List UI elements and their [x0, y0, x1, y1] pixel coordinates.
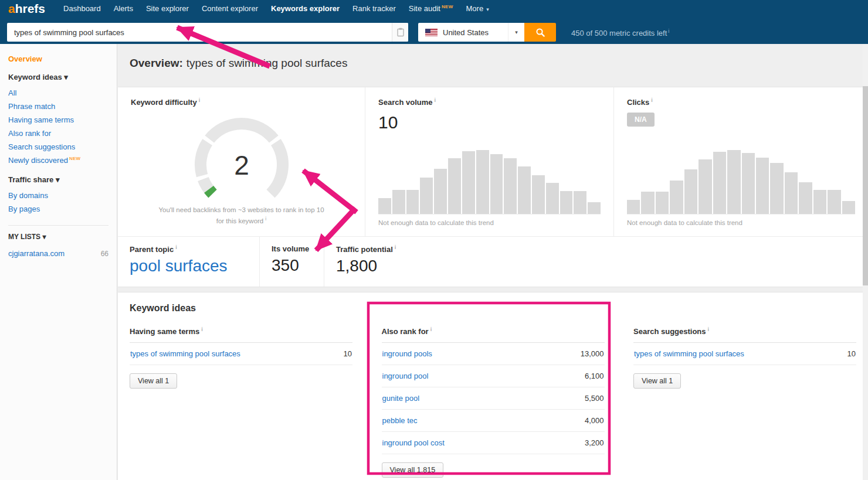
- search-volume-value: 10: [378, 113, 601, 132]
- info-icon[interactable]: i: [651, 97, 653, 103]
- its-volume-value: 350: [272, 256, 312, 275]
- keyword-ideas-section: Keyword ideas Having same termsi types o…: [118, 292, 868, 480]
- keyword-link[interactable]: types of swimming pool surfaces: [130, 349, 240, 358]
- keyword-difficulty-header: Keyword difficultyi: [131, 97, 352, 107]
- info-icon[interactable]: i: [430, 326, 432, 332]
- traffic-potential-value: 1,800: [336, 257, 423, 275]
- nav-site-audit-label: Site audit: [409, 5, 440, 13]
- sidebar-item-phrase-match[interactable]: Phrase match: [8, 100, 108, 113]
- also-rank-for-header: Also rank fori: [382, 326, 605, 343]
- keyword-link[interactable]: inground pool: [382, 372, 429, 380]
- sidebar-section-keyword-ideas[interactable]: Keyword ideas ▾: [8, 73, 108, 81]
- search-volume-note: Not enough data to calculate this trend: [378, 219, 601, 226]
- parent-topic-value[interactable]: pool surfaces: [130, 257, 247, 275]
- keyword-link[interactable]: types of swimming pool surfaces: [634, 349, 744, 358]
- table-row: inground pool cost 3,200: [382, 432, 605, 454]
- chart-bar: [770, 163, 783, 214]
- new-badge: NEW: [442, 4, 453, 9]
- logo-rest: hrefs: [15, 2, 45, 15]
- sidebar: Overview Keyword ideas ▾ All Phrase matc…: [0, 44, 117, 480]
- chart-bar: [684, 169, 697, 214]
- nav-dashboard[interactable]: Dashboard: [57, 4, 107, 13]
- search-icon: [535, 28, 545, 38]
- info-icon[interactable]: i: [435, 97, 436, 103]
- keyword-volume: 13,000: [581, 349, 604, 358]
- scrollbar[interactable]: [863, 44, 868, 480]
- keyword-search-input[interactable]: [7, 23, 392, 42]
- clicks-header: Clicksi: [627, 97, 855, 107]
- sidebar-item-by-pages[interactable]: By pages: [8, 202, 108, 216]
- chart-bar: [842, 201, 855, 214]
- keyword-volume: 3,200: [585, 438, 604, 447]
- chart-bar: [546, 183, 559, 214]
- chart-bar: [699, 159, 711, 214]
- having-same-terms-column: Having same termsi types of swimming poo…: [130, 326, 352, 478]
- nav-alerts[interactable]: Alerts: [107, 4, 140, 13]
- view-all-also-rank-for-button[interactable]: View all 1,815: [382, 462, 444, 478]
- sidebar-item-by-domains[interactable]: By domains: [8, 189, 108, 202]
- info-icon[interactable]: i: [175, 244, 177, 250]
- metrics-bottom-row: Parent topici pool surfaces Its volume 3…: [118, 236, 868, 287]
- keyword-link[interactable]: pebble tec: [382, 416, 418, 425]
- nav-site-audit[interactable]: Site auditNEW: [402, 4, 460, 13]
- table-row: types of swimming pool surfaces 10: [633, 343, 856, 365]
- keyword-link[interactable]: inground pools: [382, 349, 432, 358]
- chart-bar: [727, 150, 740, 214]
- keyword-volume: 4,000: [585, 416, 604, 425]
- ahrefs-logo[interactable]: ahrefs: [8, 0, 45, 18]
- info-icon[interactable]: i: [668, 28, 669, 34]
- keyword-link[interactable]: inground pool cost: [382, 438, 445, 447]
- chart-bar: [476, 150, 489, 214]
- keywords-explorer-page: ahrefs Dashboard Alerts Site explorer Co…: [0, 0, 868, 480]
- nav-rank-tracker[interactable]: Rank tracker: [346, 4, 402, 13]
- nav-keywords-explorer[interactable]: Keywords explorer: [265, 4, 346, 13]
- page-title: Overview:types of swimming pool surfaces: [130, 57, 347, 70]
- search-button[interactable]: [524, 23, 556, 42]
- chart-bar: [641, 192, 654, 214]
- chart-bar: [420, 178, 433, 214]
- its-volume-label: Its volume: [272, 244, 312, 253]
- sidebar-item-search-suggestions[interactable]: Search suggestions: [8, 140, 108, 154]
- chart-bar: [378, 198, 391, 214]
- sidebar-section-traffic-share[interactable]: Traffic share ▾: [8, 175, 108, 184]
- info-icon[interactable]: i: [201, 326, 203, 332]
- scrollbar-thumb[interactable]: [863, 86, 868, 285]
- nav-content-explorer[interactable]: Content explorer: [195, 4, 265, 13]
- info-icon[interactable]: i: [199, 97, 201, 103]
- chevron-down-icon: ▾: [508, 23, 524, 42]
- paste-button[interactable]: [392, 23, 408, 42]
- chart-bar: [462, 151, 475, 214]
- sidebar-item-overview[interactable]: Overview: [8, 55, 108, 63]
- sidebar-item-newly-discovered[interactable]: Newly discoveredNEW: [8, 154, 108, 167]
- traffic-potential-metric: Traffic potentiali 1,800: [324, 237, 435, 287]
- clicks-panel: Clicksi N/A Not enough data to calculate…: [614, 87, 868, 236]
- chart-bar: [670, 181, 683, 214]
- table-row: gunite pool 5,500: [382, 387, 605, 410]
- chart-bar: [406, 190, 419, 214]
- view-all-search-suggestions-button[interactable]: View all 1: [633, 373, 681, 389]
- keyword-metrics-card: Keyword difficultyi 2 You'll need backli…: [118, 87, 868, 287]
- info-icon[interactable]: i: [395, 244, 396, 250]
- logo-a: a: [8, 2, 15, 15]
- info-icon[interactable]: i: [265, 216, 266, 222]
- search-volume-panel: Search volumei 10 Not enough data to cal…: [365, 87, 614, 236]
- clicks-note: Not enough data to calculate this trend: [627, 219, 855, 226]
- chart-bar: [588, 202, 601, 214]
- sidebar-item-all[interactable]: All: [8, 86, 108, 100]
- difficulty-caption: You'll need backlinks from ~3 websites t…: [158, 205, 325, 226]
- search-suggestions-header: Search suggestionsi: [633, 326, 856, 343]
- sidebar-section-my-lists[interactable]: MY LISTS ▾: [8, 233, 108, 241]
- top-nav-row: ahrefs Dashboard Alerts Site explorer Co…: [0, 0, 868, 18]
- nav-site-explorer[interactable]: Site explorer: [140, 4, 195, 13]
- also-rank-for-column: Also rank fori inground pools 13,000 ing…: [382, 326, 605, 478]
- sidebar-item-also-rank-for[interactable]: Also rank for: [8, 127, 108, 140]
- keyword-link[interactable]: gunite pool: [382, 394, 420, 403]
- table-row: types of swimming pool surfaces 10: [130, 343, 352, 365]
- sidebar-item-having-same-terms[interactable]: Having same terms: [8, 113, 108, 127]
- nav-more[interactable]: More▾: [460, 4, 496, 13]
- info-icon[interactable]: i: [708, 326, 710, 332]
- sidebar-item-cjgiarratana[interactable]: cjgiarratana.com: [8, 247, 65, 260]
- view-all-having-same-terms-button[interactable]: View all 1: [130, 373, 177, 389]
- country-selector[interactable]: United States ▾: [418, 23, 524, 42]
- difficulty-gauge: 2: [131, 109, 352, 204]
